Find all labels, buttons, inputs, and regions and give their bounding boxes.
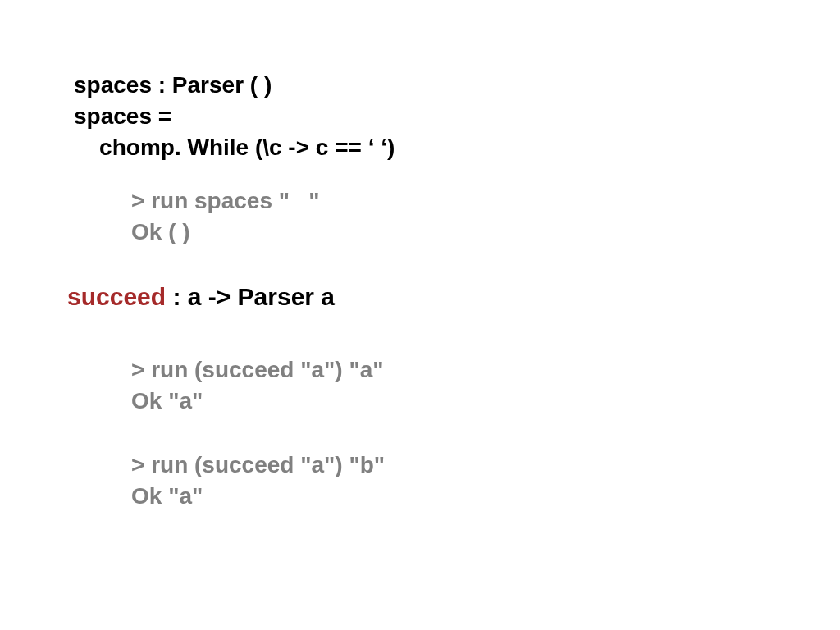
repl1-line-2: Ok ( ) [131,219,190,244]
def-line-2: spaces = [74,103,171,129]
repl-block-3: > run (succeed "a") "b" Ok "a" [131,450,840,512]
repl-block-1: > run spaces " " Ok ( ) [131,185,840,248]
def-line-3: chomp. While (\c -> c == ‘ ‘) [74,135,395,160]
repl2-line-1: > run (succeed "a") "a" [131,357,384,382]
repl3-line-1: > run (succeed "a") "b" [131,452,385,477]
succeed-rest: : a -> Parser a [166,283,335,310]
def-line-1: spaces : Parser ( ) [74,72,272,98]
repl1-line-1: > run spaces " " [131,188,320,213]
succeed-signature: succeed : a -> Parser a [67,281,840,314]
succeed-keyword: succeed [67,283,166,310]
repl3-line-2: Ok "a" [131,483,203,509]
slide-content: spaces : Parser ( ) spaces = chomp. Whil… [0,0,840,630]
repl-block-2: > run (succeed "a") "a" Ok "a" [131,354,840,417]
definition-block: spaces : Parser ( ) spaces = chomp. Whil… [74,70,840,162]
repl2-line-2: Ok "a" [131,388,203,413]
